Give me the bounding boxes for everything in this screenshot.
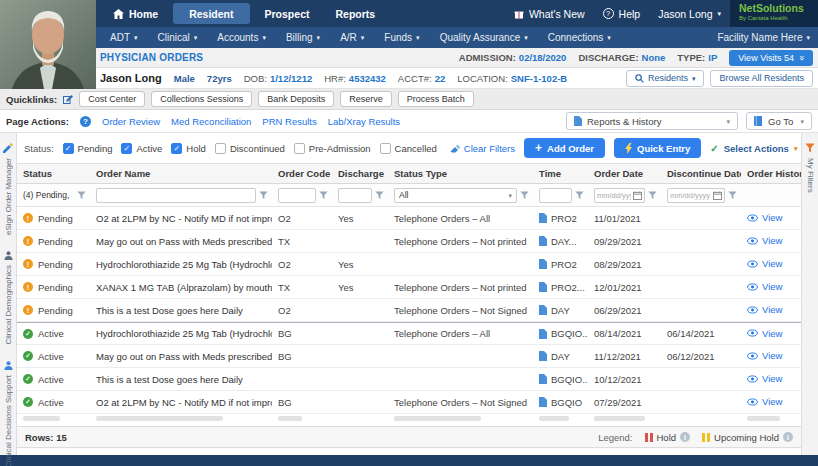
table-row[interactable]: PendingThis is a test Dose goes here Dai… [17,299,801,322]
col-status-type-header[interactable]: Status Type [388,168,533,179]
discharge-filter-input[interactable] [338,188,372,203]
menu-accounts[interactable]: Accounts▾ [207,27,276,48]
col-order-history-header[interactable]: Order History [741,168,801,179]
link-prn-results[interactable]: PRN Results [262,116,316,127]
table-row[interactable]: ActiveHydrochlorothiazide 25 Mg Tab (Hyd… [17,322,801,345]
table-row[interactable]: PendingMay go out on Pass with Meds pres… [17,230,801,253]
filter-funnel-icon[interactable] [575,191,584,200]
table-row[interactable]: ActiveO2 at 2LPM by NC - Notify MD if no… [17,391,801,414]
quicklink-cost-center[interactable]: Cost Center [79,91,145,107]
col-time-header[interactable]: Time [533,168,588,179]
facility-selector[interactable]: Facility Name Here▾ [707,27,818,48]
clear-filters-link[interactable]: Clear Filters [450,143,515,154]
help-circle-icon[interactable]: ? [80,116,91,127]
checkbox-pending[interactable]: Pending [63,143,113,154]
select-actions-button[interactable]: ✓ Select Actions ▾ [710,143,797,154]
checkbox-icon [63,143,74,154]
view-link[interactable]: View [747,212,782,223]
order-name-filter-input[interactable] [96,188,256,203]
menu-adt[interactable]: ADT▾ [100,27,148,48]
go-to-dropdown[interactable]: Go To ▾ [746,112,812,130]
menu-connections[interactable]: Connections▾ [538,27,621,48]
link-lab-xray-results[interactable]: Lab/Xray Results [328,116,400,127]
view-link[interactable]: View [747,258,782,269]
view-visits-button[interactable]: View Visits 54» [729,50,813,66]
time-filter-input[interactable] [539,188,572,203]
calendar-icon[interactable] [633,191,642,200]
menu-clinical[interactable]: Clinical▾ [148,27,208,48]
view-link[interactable]: View [747,396,782,407]
filter-funnel-icon[interactable] [259,191,268,200]
whats-new-button[interactable]: What's New [505,0,594,27]
checkbox-hold[interactable]: Hold [171,143,206,154]
menu-billing[interactable]: Billing▾ [276,27,330,48]
quicklink-process-batch[interactable]: Process Batch [398,91,474,107]
checkbox-active[interactable]: Active [121,143,162,154]
table-row[interactable]: PendingO2 at 2LPM by NC - Notify MD if n… [17,207,801,230]
filter-funnel-icon[interactable] [319,191,328,200]
checkbox-pre-admission[interactable]: Pre-Admission [294,143,371,154]
filter-funnel-icon[interactable] [648,191,657,200]
rail-clinical-demographics[interactable]: Clinical Demographics [4,251,13,345]
rail-clinical-decisions-support[interactable]: Clinical Decisions Support [4,361,13,466]
view-link[interactable]: View [747,328,782,339]
nav-reports[interactable]: Reports [322,0,388,27]
table-row[interactable]: PendingXANAX 1 MG TAB (Alprazolam) by mo… [17,276,801,299]
filter-funnel-icon[interactable] [728,191,737,200]
info-icon[interactable]: i [680,432,690,442]
link-order-review[interactable]: Order Review [102,116,160,127]
edit-quicklinks-icon[interactable] [63,94,73,104]
nav-home[interactable]: Home [100,0,171,27]
col-status-header[interactable]: Status [17,168,90,179]
table-row[interactable]: ActiveThis is a test Dose goes here Dail… [17,368,801,391]
view-link[interactable]: View [747,235,782,246]
table-row[interactable]: PendingHydrochlorothiazide 25 Mg Tab (Hy… [17,253,801,276]
order-date-cell: 09/29/2021 [588,236,661,247]
checkbox-discontinued[interactable]: Discontinued [215,143,285,154]
document-icon [539,329,547,339]
view-link[interactable]: View [747,373,782,384]
link-med-reconciliation[interactable]: Med Reconciliation [171,116,251,127]
view-link[interactable]: View [747,350,782,361]
nav-resident[interactable]: Resident [173,3,249,24]
rail-my-filters[interactable]: My Filters [805,143,815,193]
residents-search-button[interactable]: Residents ▾ [626,70,705,87]
quicklink-collections-sessions[interactable]: Collections Sessions [151,91,252,107]
quick-entry-button[interactable]: Quick Entry [614,138,701,158]
reports-history-dropdown[interactable]: Reports & History ▾ [566,112,738,130]
add-order-button[interactable]: +Add Order [524,138,605,158]
menu-funds[interactable]: Funds▾ [374,27,429,48]
status-type-filter-select[interactable]: All▾ [394,188,517,203]
col-discharge-header[interactable]: Discharge [332,168,388,179]
view-link[interactable]: View [747,304,782,315]
col-discontinue-date-header[interactable]: Discontinue Date [661,168,741,179]
discontinue-date-filter-input[interactable]: mm/dd/yyyy [667,188,725,203]
filter-funnel-icon[interactable] [375,191,384,200]
rail-esign-order-manager[interactable]: eSign Order Manager [3,143,13,235]
order-code-filter-input[interactable] [278,188,316,203]
info-icon[interactable]: i [783,432,793,442]
view-link[interactable]: View [747,281,782,292]
nav-prospect[interactable]: Prospect [252,0,323,27]
help-button[interactable]: ? Help [594,0,650,27]
status-type-cell: Telephone Orders – Not Signed [388,305,533,316]
user-menu[interactable]: Jason Long ▾ [649,0,730,27]
order-date-filter-input[interactable]: mm/dd/yyyy [594,188,645,203]
col-order-date-header[interactable]: Order Date [588,168,661,179]
checkbox-cancelled[interactable]: Cancelled [380,143,437,154]
calendar-icon[interactable] [713,191,722,200]
col-order-code-header[interactable]: Order Code [272,168,332,179]
table-row[interactable]: ActiveMay go out on Pass with Meds presc… [17,345,801,368]
legend-upcoming-hold: Upcoming Hold i [702,432,793,443]
status-filter-value[interactable]: (4) Pending, [23,190,74,200]
menu-quality-assurance[interactable]: Quality Assurance▾ [430,27,538,48]
filter-funnel-icon[interactable] [77,191,86,200]
document-icon [539,374,547,384]
menu-ar[interactable]: A/R▾ [330,27,374,48]
browse-all-residents-button[interactable]: Browse All Residents [710,70,813,87]
filter-funnel-icon[interactable] [520,191,529,200]
col-order-name-header[interactable]: Order Name [90,168,272,179]
quicklink-reserve[interactable]: Reserve [340,91,392,107]
order-code-cell: TX [272,282,332,293]
quicklink-bank-deposits[interactable]: Bank Deposits [258,91,334,107]
